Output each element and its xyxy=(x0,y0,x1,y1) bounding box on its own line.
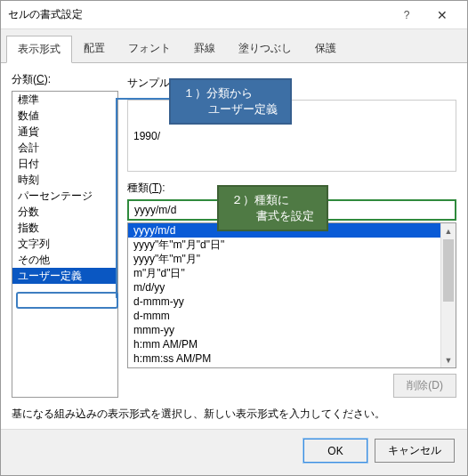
category-listbox[interactable]: 標準 数値 通貨 会計 日付 時刻 パーセンテージ 分数 指数 文字列 その他 … xyxy=(12,91,118,398)
delete-row: 削除(D) xyxy=(127,374,456,398)
category-item[interactable]: 通貨 xyxy=(12,124,117,140)
category-item[interactable]: その他 xyxy=(12,252,117,268)
tab-protection[interactable]: 保護 xyxy=(303,35,348,62)
close-icon[interactable]: ✕ xyxy=(424,3,460,28)
category-item[interactable]: 分数 xyxy=(12,204,117,220)
type-list-item[interactable]: d-mmm xyxy=(128,309,456,323)
hint-text: 基になる組み込みの表示形式を選択し、新しい表示形式を入力してください。 xyxy=(12,407,456,422)
tab-label: 配置 xyxy=(84,42,105,54)
dialog-window: セルの書式設定 ? ✕ 表示形式 配置 フォント 罫線 塗りつぶし 保護 分類(… xyxy=(0,0,468,476)
tab-label: 罫線 xyxy=(194,42,215,54)
callout-line: ２）種類に xyxy=(231,192,314,208)
scroll-down-icon[interactable]: ▼ xyxy=(441,352,456,367)
type-list-item[interactable]: mmm-yy xyxy=(128,323,456,337)
category-item-user-defined[interactable]: ユーザー定義 xyxy=(12,268,117,284)
category-item[interactable]: 指数 xyxy=(12,220,117,236)
type-list-item[interactable]: m"月"d"日" xyxy=(128,266,456,280)
category-item[interactable]: パーセンテージ xyxy=(12,188,117,204)
category-item[interactable]: 数値 xyxy=(12,108,117,124)
tab-format[interactable]: 表示形式 xyxy=(6,36,72,63)
category-item[interactable]: 時刻 xyxy=(12,172,117,188)
type-list-item[interactable]: h:mm:ss AM/PM xyxy=(128,351,456,366)
type-list-item[interactable]: h:mm AM/PM xyxy=(128,337,456,351)
ok-button[interactable]: OK xyxy=(303,439,367,463)
window-title: セルの書式設定 xyxy=(8,7,389,22)
category-item[interactable]: 日付 xyxy=(12,156,117,172)
tab-label: 保護 xyxy=(315,42,336,54)
delete-button[interactable]: 削除(D) xyxy=(393,374,456,398)
type-list-item[interactable]: h:mm xyxy=(128,366,456,368)
category-column: 分類(C): 標準 数値 通貨 会計 日付 時刻 パーセンテージ 分数 指数 文… xyxy=(12,72,118,398)
tab-label: 表示形式 xyxy=(18,43,61,55)
category-item[interactable]: 標準 xyxy=(12,92,117,108)
type-list-item[interactable]: m/d/yy xyxy=(128,280,456,294)
tab-alignment[interactable]: 配置 xyxy=(72,35,117,62)
type-scrollbar[interactable]: ▲ ▼ xyxy=(440,223,456,367)
category-item[interactable]: 会計 xyxy=(12,140,117,156)
annotation-callout-2: ２）種類に 書式を設定 xyxy=(217,185,328,231)
help-icon[interactable]: ? xyxy=(389,3,424,28)
callout-line: 書式を設定 xyxy=(231,208,314,224)
tab-bar: 表示形式 配置 フォント 罫線 塗りつぶし 保護 xyxy=(1,29,467,63)
cancel-button[interactable]: キャンセル xyxy=(375,439,455,463)
category-item[interactable]: 文字列 xyxy=(12,236,117,252)
scroll-up-icon[interactable]: ▲ xyxy=(441,223,456,238)
type-listbox[interactable]: yyyy/m/d yyyy"年"m"月"d"日" yyyy"年"m"月" m"月… xyxy=(127,222,456,368)
type-list-item[interactable]: d-mmm-yy xyxy=(128,294,456,309)
scroll-thumb[interactable] xyxy=(443,239,454,302)
tab-font[interactable]: フォント xyxy=(117,35,182,62)
tab-label: 塗りつぶし xyxy=(238,42,292,54)
callout-line: ユーザー定義 xyxy=(183,101,278,117)
category-label: 分類(C): xyxy=(12,72,118,87)
callout-line: １）分類から xyxy=(183,85,278,101)
type-list-item[interactable]: yyyy"年"m"月" xyxy=(128,252,456,266)
titlebar: セルの書式設定 ? ✕ xyxy=(1,1,467,29)
tab-label: フォント xyxy=(128,42,171,54)
tab-fill[interactable]: 塗りつぶし xyxy=(227,35,303,62)
annotation-callout-1: １）分類から ユーザー定義 xyxy=(169,78,292,125)
footer: OK キャンセル xyxy=(1,429,467,475)
sample-value: 1990/ xyxy=(133,130,160,142)
type-list-item[interactable]: yyyy"年"m"月"d"日" xyxy=(128,238,456,252)
sample-label: サンプル xyxy=(127,76,170,91)
tab-border[interactable]: 罫線 xyxy=(182,35,227,62)
